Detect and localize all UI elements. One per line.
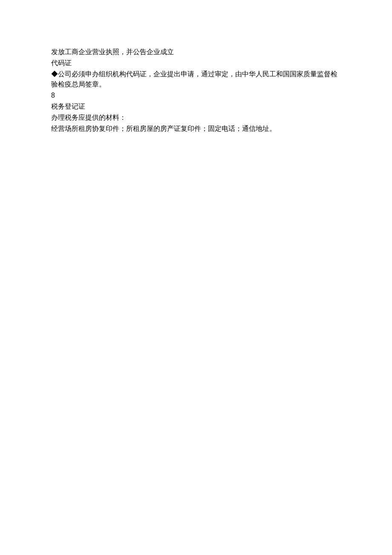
- text-line-7: 经营场所租房协复印件；所租房屋的房产证复印件；固定电话；通信地址。: [51, 124, 341, 134]
- document-content: 发放工商企业营业执照，并公告企业成立 代码证 ◆公司必须申办组织机构代码证，企业…: [51, 47, 341, 134]
- text-line-5: 税务登记证: [51, 101, 341, 112]
- text-line-4: 8: [51, 90, 341, 101]
- text-line-6: 办理税务应提供的材料：: [51, 113, 341, 123]
- text-line-1: 发放工商企业营业执照，并公告企业成立: [51, 47, 341, 57]
- text-line-2: 代码证: [51, 58, 341, 68]
- text-line-3: ◆公司必须申办组织机构代码证，企业提出申请，通过审定，由中华人民工和国国家质量监…: [51, 69, 341, 90]
